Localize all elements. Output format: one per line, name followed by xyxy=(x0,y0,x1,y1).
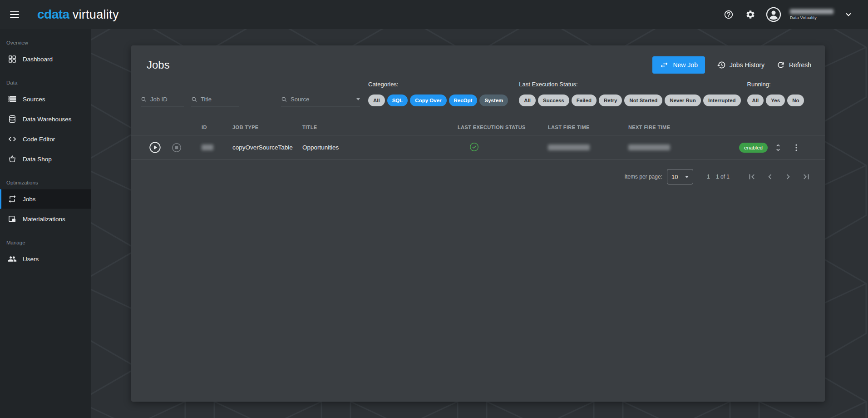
user-menu-chevron-down-icon[interactable] xyxy=(842,8,855,21)
running-label: Running: xyxy=(747,81,804,88)
sources-icon xyxy=(8,95,17,104)
running-chip-yes[interactable]: Yes xyxy=(766,95,785,106)
dropdown-caret-icon[interactable] xyxy=(356,98,360,100)
row-menu-button[interactable] xyxy=(789,140,804,155)
topbar-right: Data Virtuality xyxy=(722,6,868,23)
status-chip-success[interactable]: Success xyxy=(538,95,569,106)
database-icon xyxy=(8,114,17,124)
play-circle-icon xyxy=(149,141,161,154)
pagination-range: 1 – 1 of 1 xyxy=(707,174,730,180)
table-row: copyOverSourceTable Opportunities enable… xyxy=(131,135,825,160)
dropdown-caret-icon xyxy=(685,176,689,178)
sidebar-item-data-warehouses[interactable]: Data Warehouses xyxy=(0,109,91,129)
state-cell: enabled xyxy=(739,143,771,153)
app-logo: cdata virtuality xyxy=(37,7,119,22)
dashboard-icon xyxy=(8,55,17,64)
status-chip-interrupted[interactable]: Interrupted xyxy=(703,95,741,106)
chevron-left-icon xyxy=(765,172,775,182)
sidebar-item-materializations[interactable]: Materializations xyxy=(0,209,91,229)
user-org-label: Data Virtuality xyxy=(790,15,817,20)
running-chip-no[interactable]: No xyxy=(787,95,804,106)
users-icon xyxy=(8,254,17,264)
content-area: Jobs New Job Jobs History Refresh xyxy=(91,29,868,418)
title-input[interactable] xyxy=(201,96,239,103)
last-page-button[interactable] xyxy=(799,170,813,184)
col-title: TITLE xyxy=(302,124,458,130)
job-id-cell xyxy=(191,144,232,150)
refresh-button[interactable]: Refresh xyxy=(776,56,811,74)
category-chip-system[interactable]: System xyxy=(479,95,508,106)
first-page-button[interactable] xyxy=(745,170,759,184)
search-icon xyxy=(191,96,197,103)
kebab-menu-icon xyxy=(792,143,801,152)
status-chip-failed[interactable]: Failed xyxy=(572,95,597,106)
category-chip-recopt[interactable]: RecOpt xyxy=(449,95,478,106)
stop-circle-icon xyxy=(172,143,182,153)
col-last-execution-status: LAST EXECUTION STATUS xyxy=(458,124,548,130)
last-page-icon xyxy=(801,172,811,182)
last-execution-status-cell xyxy=(458,142,548,153)
category-chip-copy-over[interactable]: Copy Over xyxy=(410,95,446,106)
job-title-cell: Opportunities xyxy=(302,144,458,151)
job-id-input[interactable] xyxy=(150,96,184,103)
search-icon xyxy=(281,96,287,103)
status-label: Last Execution Status: xyxy=(519,81,740,88)
panel-header: Jobs New Job Jobs History Refresh xyxy=(131,45,825,74)
jobs-history-button[interactable]: Jobs History xyxy=(717,56,764,74)
sidebar-section-data: Data xyxy=(0,75,91,89)
chevron-right-icon xyxy=(783,172,793,182)
sidebar: Overview Dashboard Data Sources Data War… xyxy=(0,29,91,418)
status-chip-retry[interactable]: Retry xyxy=(599,95,622,106)
status-chip-all[interactable]: All xyxy=(519,95,536,106)
col-job-type: JOB TYPE xyxy=(232,124,302,130)
running-chip-all[interactable]: All xyxy=(747,95,764,106)
col-id: ID xyxy=(191,124,232,130)
sidebar-item-dashboard[interactable]: Dashboard xyxy=(0,49,91,69)
next-fire-time-redacted xyxy=(628,144,670,150)
data-shop-icon xyxy=(8,154,17,164)
job-id-field xyxy=(141,93,184,106)
materializations-icon xyxy=(8,214,17,224)
stop-job-button[interactable] xyxy=(169,140,184,155)
categories-label: Categories: xyxy=(368,81,508,88)
sidebar-item-code-editor[interactable]: Code Editor xyxy=(0,129,91,149)
toggle-state-button[interactable] xyxy=(771,140,785,155)
items-per-page-select[interactable]: 10 xyxy=(667,169,693,184)
user-name-redacted xyxy=(790,9,833,14)
previous-page-button[interactable] xyxy=(763,170,777,184)
category-chip-all[interactable]: All xyxy=(368,95,385,106)
history-icon xyxy=(717,60,726,70)
panel-actions: New Job Jobs History Refresh xyxy=(652,56,811,74)
logo-virtuality: virtuality xyxy=(73,8,119,22)
sidebar-section-manage: Manage xyxy=(0,235,91,249)
sidebar-item-data-shop[interactable]: Data Shop xyxy=(0,149,91,169)
help-icon[interactable] xyxy=(722,8,735,21)
status-chip-never-run[interactable]: Never Run xyxy=(665,95,701,106)
user-info[interactable]: Data Virtuality xyxy=(790,9,833,20)
refresh-icon xyxy=(776,60,785,70)
status-filter-group: Last Execution Status: All Success Faile… xyxy=(519,81,740,106)
settings-gear-icon[interactable] xyxy=(744,8,757,21)
hamburger-menu-icon[interactable] xyxy=(10,8,24,21)
status-chip-not-started[interactable]: Not Started xyxy=(624,95,662,106)
category-chip-sql[interactable]: SQL xyxy=(387,95,408,106)
first-page-icon xyxy=(747,172,757,182)
pagination-nav xyxy=(745,170,813,184)
run-job-button[interactable] xyxy=(148,140,162,155)
col-next-fire-time: NEXT FIRE TIME xyxy=(628,124,739,130)
user-avatar-icon[interactable] xyxy=(765,6,782,23)
pagination: Items per page: 10 1 – 1 of 1 xyxy=(131,169,825,184)
new-job-icon xyxy=(660,60,669,70)
next-page-button[interactable] xyxy=(781,170,795,184)
unfold-more-icon xyxy=(774,143,783,152)
source-field xyxy=(281,93,360,106)
sidebar-item-jobs[interactable]: Jobs xyxy=(0,189,91,209)
source-select-input[interactable] xyxy=(291,96,353,103)
title-field xyxy=(191,93,239,106)
next-fire-time-cell xyxy=(628,144,739,150)
sidebar-item-users[interactable]: Users xyxy=(0,249,91,269)
sidebar-item-sources[interactable]: Sources xyxy=(0,89,91,109)
new-job-button[interactable]: New Job xyxy=(652,56,705,74)
sidebar-section-overview: Overview xyxy=(0,35,91,49)
jobs-panel: Jobs New Job Jobs History Refresh xyxy=(131,45,825,402)
